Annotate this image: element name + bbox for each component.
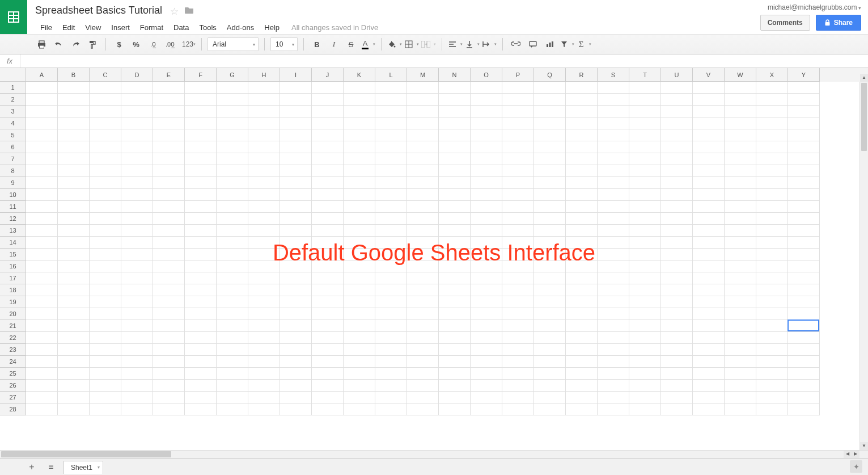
cell[interactable] — [566, 284, 598, 296]
cell[interactable] — [661, 344, 693, 356]
cell[interactable] — [407, 213, 439, 225]
column-header-S[interactable]: S — [598, 68, 629, 82]
cell[interactable] — [407, 141, 439, 153]
cell[interactable] — [344, 213, 375, 225]
cell[interactable] — [90, 320, 121, 332]
cell[interactable] — [153, 296, 185, 308]
cell[interactable] — [248, 284, 280, 296]
cell[interactable] — [788, 320, 820, 332]
cell[interactable] — [693, 117, 725, 129]
cell[interactable] — [26, 141, 58, 153]
cell[interactable] — [629, 225, 661, 237]
cell[interactable] — [26, 284, 58, 296]
cell[interactable] — [598, 356, 629, 368]
cell[interactable] — [566, 117, 598, 129]
cell[interactable] — [598, 260, 629, 272]
cell[interactable] — [280, 117, 312, 129]
cell[interactable] — [375, 380, 407, 392]
row-header-18[interactable]: 18 — [0, 284, 26, 296]
cell[interactable] — [566, 213, 598, 225]
insert-comment-icon[interactable] — [526, 37, 540, 52]
cell[interactable] — [502, 129, 534, 141]
cell[interactable] — [502, 344, 534, 356]
cell[interactable] — [471, 213, 502, 225]
cell[interactable] — [375, 213, 407, 225]
cell[interactable] — [217, 201, 248, 213]
cell[interactable] — [502, 82, 534, 94]
cell[interactable] — [661, 225, 693, 237]
cell[interactable] — [566, 344, 598, 356]
cell[interactable] — [344, 308, 375, 320]
cell[interactable] — [312, 320, 344, 332]
cell[interactable] — [725, 189, 756, 201]
cell[interactable] — [153, 177, 185, 189]
cell[interactable] — [439, 249, 471, 260]
cell[interactable] — [534, 225, 566, 237]
cell[interactable] — [185, 272, 217, 284]
cell[interactable] — [217, 403, 248, 415]
cell[interactable] — [58, 249, 90, 260]
cell[interactable] — [693, 368, 725, 380]
cell[interactable] — [312, 237, 344, 249]
column-header-V[interactable]: V — [693, 68, 725, 82]
cell[interactable] — [375, 272, 407, 284]
cell[interactable] — [502, 403, 534, 415]
cell[interactable] — [90, 225, 121, 237]
cell[interactable] — [121, 356, 153, 368]
cell[interactable] — [344, 94, 375, 106]
cell[interactable] — [471, 392, 502, 403]
cell[interactable] — [502, 189, 534, 201]
merge-cells-icon[interactable] — [421, 37, 436, 52]
cell[interactable] — [725, 296, 756, 308]
cell[interactable] — [407, 177, 439, 189]
cell[interactable] — [693, 344, 725, 356]
cell[interactable] — [58, 82, 90, 94]
sheet-tab-1[interactable]: Sheet1 — [63, 461, 103, 474]
cell[interactable] — [439, 213, 471, 225]
cell[interactable] — [280, 368, 312, 380]
redo-icon[interactable] — [68, 37, 83, 52]
cell[interactable] — [344, 165, 375, 177]
cell[interactable] — [598, 380, 629, 392]
cell[interactable] — [566, 94, 598, 106]
row-header-28[interactable]: 28 — [0, 403, 26, 415]
column-header-I[interactable]: I — [280, 68, 312, 82]
cell[interactable] — [280, 320, 312, 332]
cell[interactable] — [58, 141, 90, 153]
row-header-8[interactable]: 8 — [0, 165, 26, 177]
cell[interactable] — [185, 201, 217, 213]
cell[interactable] — [58, 260, 90, 272]
cell[interactable] — [629, 272, 661, 284]
cell[interactable] — [280, 153, 312, 165]
cell[interactable] — [217, 237, 248, 249]
fill-color-icon[interactable] — [387, 37, 402, 52]
cell[interactable] — [312, 392, 344, 403]
cell[interactable] — [471, 332, 502, 344]
cell[interactable] — [248, 141, 280, 153]
cell[interactable] — [629, 356, 661, 368]
cell[interactable] — [471, 356, 502, 368]
cell[interactable] — [121, 344, 153, 356]
cell[interactable] — [661, 189, 693, 201]
row-header-22[interactable]: 22 — [0, 332, 26, 344]
cell[interactable] — [153, 129, 185, 141]
cell[interactable] — [693, 332, 725, 344]
column-header-H[interactable]: H — [248, 68, 280, 82]
cell[interactable] — [788, 225, 820, 237]
cell[interactable] — [58, 213, 90, 225]
cell[interactable] — [566, 308, 598, 320]
cell[interactable] — [439, 272, 471, 284]
cell[interactable] — [598, 153, 629, 165]
cell[interactable] — [344, 129, 375, 141]
cell[interactable] — [90, 106, 121, 117]
cell[interactable] — [725, 249, 756, 260]
cell[interactable] — [344, 106, 375, 117]
cell[interactable] — [693, 356, 725, 368]
column-header-E[interactable]: E — [153, 68, 185, 82]
cell[interactable] — [471, 260, 502, 272]
cell[interactable] — [598, 189, 629, 201]
explore-button[interactable]: ✦ — [850, 460, 862, 473]
cell[interactable] — [248, 237, 280, 249]
cell[interactable] — [248, 260, 280, 272]
cell[interactable] — [375, 308, 407, 320]
